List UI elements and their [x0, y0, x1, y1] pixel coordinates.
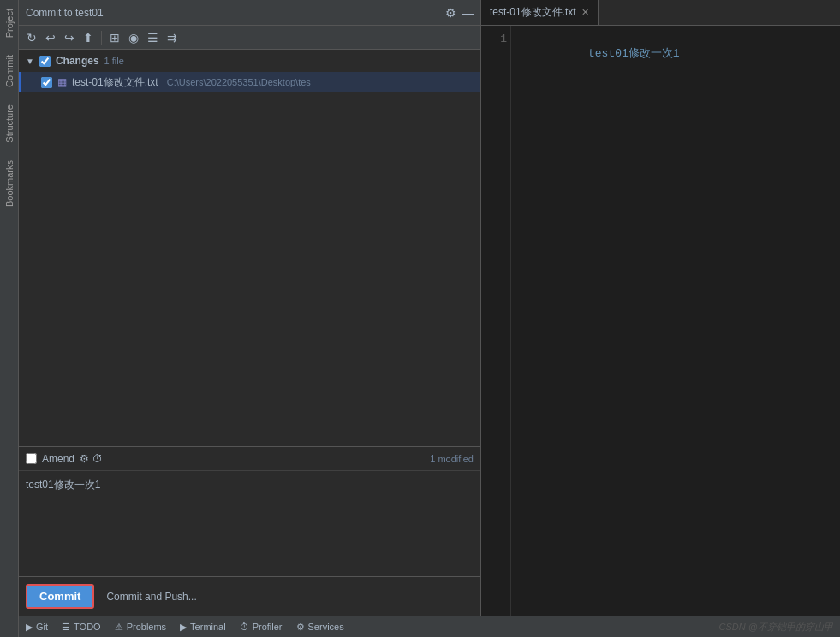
amend-row: Amend ⚙ ⏱ 1 modified	[19, 447, 480, 471]
problems-label: Problems	[127, 622, 166, 632]
problems-icon: ⚠	[115, 622, 123, 633]
profiler-label: Profiler	[253, 622, 283, 632]
changes-checkbox[interactable]	[39, 56, 51, 67]
status-profiler[interactable]: ⏱ Profiler	[240, 622, 283, 632]
status-git[interactable]: ▶ Git	[26, 622, 48, 633]
editor-tab-close-icon[interactable]: ✕	[581, 7, 589, 18]
main-area: Commit to test01 ⚙ — ↻ ↩ ↪ ⬆ ⊞ ◉ ☰ ⇉	[19, 0, 840, 637]
status-todo[interactable]: ☰ TODO	[62, 622, 101, 633]
todo-label: TODO	[74, 622, 101, 632]
changes-count: 1 file	[104, 56, 124, 66]
changes-chevron-icon[interactable]: ▼	[26, 57, 34, 66]
changes-header: ▼ Changes 1 file	[19, 50, 480, 72]
top-pane: Commit to test01 ⚙ — ↻ ↩ ↪ ⬆ ⊞ ◉ ☰ ⇉	[19, 0, 840, 616]
sidebar-tab-project[interactable]: Project	[2, 0, 17, 46]
watermark: CSDN @不穿铠甲的穿山甲	[719, 621, 833, 634]
commit-panel-header: Commit to test01 ⚙ —	[19, 0, 480, 26]
status-problems[interactable]: ⚠ Problems	[115, 622, 166, 633]
list-icon[interactable]: ☰	[145, 30, 161, 45]
commit-message-input[interactable]: test01修改一次1	[19, 471, 480, 574]
profiler-icon: ⏱	[240, 622, 249, 632]
file-checkbox[interactable]	[41, 77, 52, 88]
commit-panel-title: Commit to test01	[26, 7, 104, 19]
more-icon[interactable]: ⇉	[164, 30, 180, 45]
code-line-1: test01修改一次1	[588, 47, 680, 60]
redo-icon[interactable]: ↪	[62, 30, 77, 45]
git-icon: ▶	[26, 622, 33, 633]
commit-buttons: Commit Commit and Push...	[19, 576, 480, 616]
editor-panel: test-01修改文件.txt ✕ 1 test01修改一次1	[481, 0, 840, 616]
modified-badge: 1 modified	[430, 454, 474, 464]
line-number: 1	[485, 33, 507, 45]
header-icons: ⚙ —	[445, 6, 474, 20]
undo-icon[interactable]: ↩	[43, 30, 58, 45]
file-icon: ▦	[57, 76, 67, 88]
editor-content: 1 test01修改一次1	[481, 26, 840, 616]
status-services[interactable]: ⚙ Services	[296, 622, 344, 633]
settings-icon[interactable]: ⚙	[445, 6, 456, 20]
commit-push-button[interactable]: Commit and Push...	[101, 587, 201, 606]
editor-tab[interactable]: test-01修改文件.txt ✕	[481, 0, 599, 25]
terminal-icon: ▶	[180, 622, 187, 633]
changes-label: Changes	[56, 55, 99, 67]
status-bar: ▶ Git ☰ TODO ⚠ Problems ▶ Terminal ⏱ Pro…	[19, 616, 840, 637]
sidebar-tab-commit[interactable]: Commit	[2, 46, 17, 96]
commit-message-area: Amend ⚙ ⏱ 1 modified test01修改一次1	[19, 446, 480, 576]
terminal-label: Terminal	[190, 622, 226, 632]
sidebar-tab-bookmarks[interactable]: Bookmarks	[2, 152, 17, 216]
toolbar-separator	[101, 31, 102, 45]
services-icon: ⚙	[296, 622, 305, 633]
diff-icon[interactable]: ⊞	[107, 30, 122, 45]
services-label: Services	[308, 622, 344, 632]
minimize-icon[interactable]: —	[462, 6, 474, 20]
git-label: Git	[36, 622, 48, 632]
amend-icons: ⚙ ⏱	[80, 453, 103, 465]
file-path: C:\Users\2022055351\Desktop\tes	[167, 77, 311, 87]
editor-tab-bar: test-01修改文件.txt ✕	[481, 0, 840, 26]
commit-panel: Commit to test01 ⚙ — ↻ ↩ ↪ ⬆ ⊞ ◉ ☰ ⇉	[19, 0, 481, 616]
amend-checkbox[interactable]	[26, 453, 37, 464]
refresh-icon[interactable]: ↻	[24, 30, 39, 45]
line-numbers: 1	[481, 26, 511, 616]
commit-button[interactable]: Commit	[26, 584, 94, 609]
code-area: test01修改一次1	[511, 26, 840, 616]
amend-history-icon[interactable]: ⏱	[92, 453, 103, 465]
view-icon[interactable]: ◉	[126, 30, 141, 45]
file-row[interactable]: ▦ test-01修改文件.txt C:\Users\2022055351\De…	[19, 72, 480, 92]
move-up-icon[interactable]: ⬆	[80, 30, 96, 45]
amend-settings-icon[interactable]: ⚙	[80, 453, 89, 465]
commit-toolbar: ↻ ↩ ↪ ⬆ ⊞ ◉ ☰ ⇉	[19, 26, 480, 50]
todo-icon: ☰	[62, 622, 70, 633]
file-name: test-01修改文件.txt	[72, 75, 158, 90]
status-terminal[interactable]: ▶ Terminal	[180, 622, 226, 633]
sidebar-tab-structure[interactable]: Structure	[2, 96, 17, 152]
changes-section: ▼ Changes 1 file ▦ test-01修改文件.txt C:\Us…	[19, 50, 480, 446]
left-sidebar: Project Commit Structure Bookmarks	[0, 0, 19, 637]
amend-label: Amend	[42, 453, 74, 465]
editor-tab-filename: test-01修改文件.txt	[490, 5, 576, 20]
